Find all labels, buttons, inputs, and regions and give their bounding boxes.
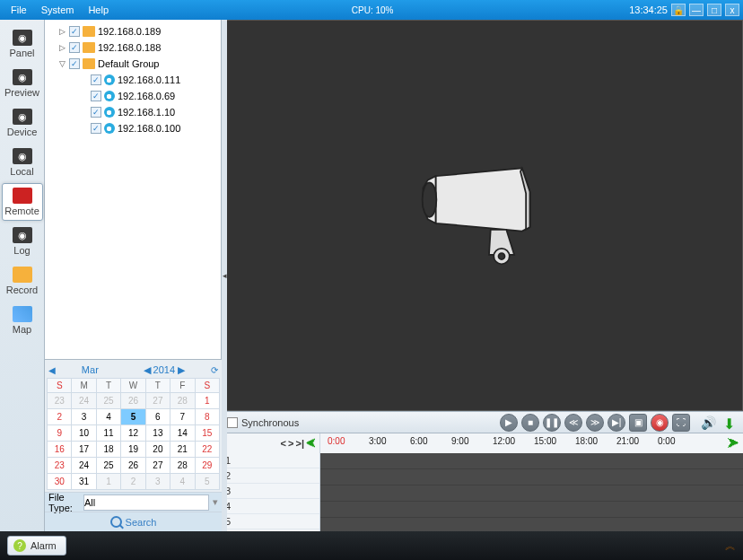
calendar-day[interactable]: 3 (145, 474, 170, 490)
alarm-button[interactable]: ? Alarm (7, 536, 66, 556)
tl-step-back-icon[interactable]: >| (295, 438, 304, 449)
calendar-day[interactable]: 4 (96, 409, 120, 425)
file-type-select[interactable] (83, 494, 209, 511)
checkbox[interactable]: ✓ (91, 107, 101, 118)
checkbox[interactable]: ✓ (69, 42, 80, 53)
calendar-day[interactable]: 12 (121, 425, 145, 442)
checkbox[interactable]: ✓ (91, 91, 101, 101)
tree-node[interactable]: ▷✓192.168.0.188 (47, 39, 219, 56)
calendar-day[interactable]: 21 (170, 442, 195, 458)
calendar-day[interactable]: 6 (145, 409, 170, 425)
record-toggle-button[interactable]: ◉ (651, 414, 669, 432)
step-button[interactable]: ▶| (608, 414, 625, 432)
tree-node[interactable]: ✓⏺192.168.1.10 (47, 104, 219, 120)
checkbox[interactable]: ✓ (69, 26, 80, 37)
panel-splitter[interactable]: ◂ (222, 20, 227, 531)
fullscreen-button[interactable]: ⛶ (672, 414, 690, 432)
maximize-button[interactable]: □ (707, 4, 721, 16)
download-arrow-icon[interactable]: ⬇ (723, 416, 738, 430)
calendar-day[interactable]: 15 (195, 425, 219, 442)
calendar-day[interactable]: 18 (96, 442, 120, 458)
calendar-day[interactable]: 14 (170, 425, 195, 442)
calendar-day[interactable]: 11 (96, 425, 120, 442)
synchronous-checkbox[interactable] (227, 417, 238, 428)
channel-row[interactable]: 4 (222, 499, 319, 514)
tree-node[interactable]: ▷✓192.168.0.189 (47, 23, 219, 39)
calendar-day[interactable]: 26 (121, 393, 145, 409)
expander-icon[interactable]: ▷ (57, 43, 66, 52)
menu-system[interactable]: System (34, 3, 82, 17)
calendar-day[interactable]: 19 (121, 442, 145, 458)
calendar-day[interactable]: 1 (195, 393, 219, 409)
sidebar-item-map[interactable]: Map (2, 302, 43, 339)
calendar-day[interactable]: 3 (72, 409, 96, 425)
calendar-day[interactable]: 1 (96, 474, 120, 490)
calendar-day[interactable]: 23 (48, 458, 72, 474)
tree-node[interactable]: ▽✓Default Group (47, 56, 219, 72)
checkbox[interactable]: ✓ (91, 123, 101, 134)
minimize-button[interactable]: — (689, 4, 704, 16)
calendar-day[interactable]: 26 (121, 458, 145, 474)
snapshot-button[interactable]: ▣ (629, 414, 647, 432)
timeline-tracks[interactable] (320, 453, 743, 531)
calendar-day[interactable]: 20 (145, 442, 170, 458)
timeline-scale[interactable]: ⮞ 0:003:006:009:0012:0015:0018:0021:000:… (320, 433, 743, 453)
calendar-day[interactable]: 17 (72, 442, 96, 458)
checkbox[interactable]: ✓ (91, 74, 101, 85)
calendar-day[interactable]: 13 (145, 425, 170, 442)
stop-button[interactable]: ■ (521, 414, 539, 432)
tree-node[interactable]: ✓⏺192.168.0.111 (47, 72, 219, 88)
channel-row[interactable]: 3 (222, 484, 319, 499)
pause-button[interactable]: ❚❚ (543, 414, 561, 432)
calendar-day[interactable]: 28 (170, 393, 195, 409)
calendar-day[interactable]: 25 (96, 393, 120, 409)
play-button[interactable]: ▶ (500, 414, 518, 432)
sidebar-item-record[interactable]: Record (2, 262, 43, 300)
calendar-day[interactable]: 8 (195, 409, 219, 425)
calendar-day[interactable]: 27 (145, 393, 170, 409)
calendar-day[interactable]: 7 (170, 409, 195, 425)
sidebar-item-preview[interactable]: ◉Preview (2, 65, 43, 102)
sidebar-item-panel[interactable]: ◉Panel (2, 25, 43, 63)
expander-icon[interactable]: ▽ (57, 59, 66, 68)
calendar-day[interactable]: 4 (170, 474, 195, 490)
refresh-calendar-icon[interactable]: ⟳ (209, 365, 220, 375)
search-button[interactable]: Search (45, 512, 222, 531)
calendar-day[interactable]: 23 (48, 393, 72, 409)
calendar-day[interactable]: 10 (72, 425, 96, 442)
rewind-button[interactable]: ≪ (564, 414, 582, 432)
channel-row[interactable]: 2 (222, 468, 319, 484)
sidebar-item-device[interactable]: ◉Device (2, 104, 43, 142)
tl-first-icon[interactable]: < (281, 438, 286, 449)
calendar-day[interactable]: 30 (48, 474, 72, 490)
calendar-day[interactable]: 22 (195, 442, 219, 458)
calendar-day[interactable]: 28 (170, 458, 195, 474)
calendar-day[interactable]: 16 (48, 442, 72, 458)
calendar-day[interactable]: 9 (48, 425, 72, 442)
tree-node[interactable]: ✓⏺192.168.0.69 (47, 88, 219, 104)
sidebar-item-log[interactable]: ◉Log (2, 223, 43, 260)
expander-icon[interactable]: ▷ (57, 27, 66, 36)
tree-node[interactable]: ✓⏺192.168.0.100 (47, 120, 219, 136)
tl-back-green-icon[interactable]: ⮜ (306, 438, 316, 449)
sidebar-item-local[interactable]: ◉Local (2, 144, 43, 181)
calendar-day[interactable]: 5 (195, 474, 219, 490)
calendar-day[interactable]: 24 (72, 393, 96, 409)
tl-forward-green-icon[interactable]: ⮞ (727, 436, 739, 451)
channel-row[interactable]: 1 (222, 453, 319, 468)
calendar-day[interactable]: 5 (121, 409, 145, 425)
video-preview-area[interactable] (222, 20, 743, 411)
menu-help[interactable]: Help (81, 3, 116, 17)
fast-forward-button[interactable]: ≫ (586, 414, 604, 432)
chevron-down-icon[interactable]: ▾ (213, 496, 218, 508)
checkbox[interactable]: ✓ (69, 58, 80, 69)
calendar-day[interactable]: 31 (72, 474, 96, 490)
calendar-day[interactable]: 29 (195, 458, 219, 474)
calendar-day[interactable]: 2 (121, 474, 145, 490)
prev-month-button[interactable]: ◀ (47, 365, 57, 375)
volume-icon[interactable]: 🔊 (701, 416, 716, 430)
calendar-day[interactable]: 25 (96, 458, 120, 474)
sidebar-item-remote[interactable]: Remote (2, 183, 43, 221)
calendar-day[interactable]: 27 (145, 458, 170, 474)
calendar-day[interactable]: 2 (48, 409, 72, 425)
